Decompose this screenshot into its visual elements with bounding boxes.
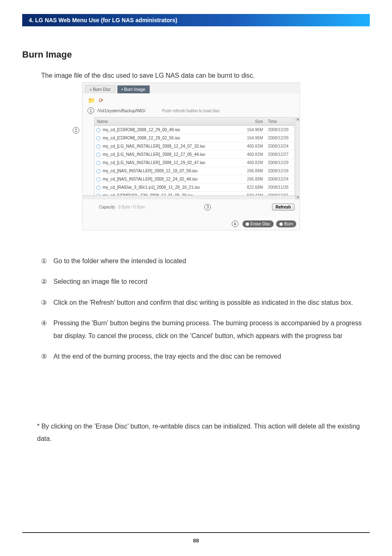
step-number: ④ — [41, 317, 49, 342]
file-time: 2008/12/29 — [265, 160, 294, 166]
section-title: Burn Image — [22, 49, 72, 60]
col-time[interactable]: Time — [265, 118, 294, 125]
file-time: 2008/12/27 — [265, 151, 294, 158]
file-name: my_cd_[RAIDar_3_00c1-p1]_2008_11_28_10_2… — [101, 184, 241, 190]
file-name: my_cd_[LG_NAS_INSTALLER]_2008_12_27_05_4… — [101, 151, 241, 158]
step-text: Click on the 'Refresh' button and confir… — [53, 297, 353, 309]
col-name[interactable]: Name — [95, 118, 241, 125]
step-item: ②Selecting an image file to record — [41, 276, 370, 288]
refresh-icon[interactable]: ⟳ — [97, 97, 105, 104]
footer-rule — [22, 532, 370, 533]
disc-icon: ◯ — [95, 177, 101, 181]
file-size: 460.82M — [241, 160, 265, 166]
table-row[interactable]: ◯my_cd_[CDROM]_2008_12_29_00_49.iso164.9… — [95, 126, 294, 134]
table-row[interactable]: ◯my_cd_[NAS_INSTALLER]_2008_12_18_07_58.… — [95, 167, 294, 175]
file-name: my_cd_[NAS_INSTALLER]_2008_12_24_02_48.i… — [101, 176, 241, 182]
tab-burn-image[interactable]: • Burn Image — [117, 85, 150, 93]
col-size[interactable]: Size — [241, 118, 265, 125]
callout-4-inline: 4 — [232, 220, 238, 227]
file-size: 266.89M — [241, 176, 265, 182]
chapter-header: 4. LG NAS Web Menu Use (for LG NAS admin… — [22, 14, 370, 26]
step-text: At the end of the burning process, the t… — [53, 350, 281, 363]
disc-icon: ◯ — [95, 185, 101, 190]
toolbar: 📁 ⟳ — [83, 93, 300, 106]
file-name: my_cd_[LG_NAS_INSTALLER]_2008_12_24_07_3… — [101, 143, 241, 149]
file-time: 2008/12/29 — [265, 127, 294, 133]
step-item: ⑤At the end of the burning process, the … — [41, 350, 370, 363]
capacity-label: Capacity — [99, 205, 115, 209]
step-item: ①Go to the folder where the intended is … — [41, 255, 370, 267]
path-text: /Vol1/system/Backup/IMG/ — [97, 109, 145, 113]
file-name: my_cd_[CDROM]_2008_12_29_02_55.iso — [101, 135, 241, 141]
file-name: my_cd_[NAS_INSTALLER]_2008_12_18_07_58.i… — [101, 168, 241, 174]
disc-icon: ◯ — [95, 169, 101, 173]
page-number: 88 — [0, 537, 392, 544]
file-size: 460.82M — [241, 143, 265, 149]
file-time: 2008/12/24 — [265, 143, 294, 149]
capacity-value: 0 Byte / 0 Byte — [118, 205, 145, 209]
burn-image-screenshot: » Burn Disc • Burn Image 📁 ⟳ 1 /Vol1/sys… — [82, 82, 300, 230]
disc-icon: ◯ — [95, 144, 101, 148]
step-text: Pressing the 'Burn' button begins the bu… — [53, 317, 370, 342]
file-table: Name Size Time ◯my_cd_[CDROM]_2008_12_29… — [94, 117, 295, 199]
file-time: 2008/12/24 — [265, 176, 294, 182]
burn-button[interactable]: Burn — [276, 220, 296, 227]
callout-3-inline: 3 — [204, 204, 211, 211]
disc-icon: ◯ — [95, 160, 101, 165]
disc-icon: ◯ — [95, 136, 101, 140]
step-text: Go to the folder where the intended is l… — [53, 255, 186, 267]
file-size: 266.89M — [241, 168, 265, 174]
file-time: 2008/12/18 — [265, 168, 294, 174]
steps-list: ①Go to the folder where the intended is … — [41, 255, 370, 371]
capacity-row: Capacity 0 Byte / 0 Byte 3 Refresh — [83, 199, 300, 211]
intro-text: The image file of the disc used to save … — [41, 72, 255, 79]
file-size: 164.96M — [241, 127, 265, 133]
table-row[interactable]: ◯my_cd_[NAS_INSTALLER]_2008_12_24_02_48.… — [95, 175, 294, 183]
table-row[interactable]: ◯my_cd_[CDROM]_2008_12_29_02_55.iso164.9… — [95, 134, 294, 142]
step-item: ③Click on the 'Refresh' button and confi… — [41, 297, 370, 309]
step-item: ④Pressing the 'Burn' button begins the b… — [41, 317, 370, 342]
file-size: 622.68M — [241, 184, 265, 190]
table-row[interactable]: ◯my_cd_[RAIDar_3_00c1-p1]_2008_11_28_10_… — [95, 183, 294, 192]
file-size: 460.82M — [241, 151, 265, 158]
step-number: ① — [41, 255, 49, 267]
callout-2-inline: 2 — [73, 127, 79, 134]
footer-buttons: 4 Erase Disc Burn — [232, 220, 296, 227]
dot-icon — [279, 222, 283, 226]
file-time: 2008/12/29 — [265, 135, 294, 141]
horizontal-scrollbar[interactable] — [94, 195, 295, 199]
tab-burn-disc[interactable]: » Burn Disc — [85, 85, 115, 93]
file-size: 164.96M — [241, 135, 265, 141]
dot-icon — [246, 222, 249, 226]
tab-bar: » Burn Disc • Burn Image — [83, 83, 300, 93]
file-time: 2008/11/28 — [265, 184, 294, 190]
step-number: ② — [41, 276, 49, 288]
erase-note: * By clicking on the 'Erase Disc' button… — [37, 420, 366, 445]
file-name: my_cd_[CDROM]_2008_12_29_00_49.iso — [101, 127, 241, 133]
disc-icon: ◯ — [95, 152, 101, 157]
callout-1-inline: 1 — [88, 107, 94, 114]
erase-disc-button[interactable]: Erase Disc — [242, 220, 274, 227]
table-row[interactable]: ◯my_cd_[LG_NAS_INSTALLER]_2008_12_29_02_… — [95, 159, 294, 167]
chapter-title: 4. LG NAS Web Menu Use (for LG NAS admin… — [29, 17, 177, 23]
folder-up-icon[interactable]: 📁 — [88, 97, 95, 104]
table-row[interactable]: ◯my_cd_[LG_NAS_INSTALLER]_2008_12_24_07_… — [95, 142, 294, 151]
refresh-button[interactable]: Refresh — [272, 204, 295, 211]
table-row[interactable]: ◯my_cd_[LG_NAS_INSTALLER]_2008_12_27_05_… — [95, 151, 294, 159]
path-hint: Push refresh button to load disc — [162, 109, 220, 113]
step-number: ⑤ — [41, 350, 49, 363]
step-text: Selecting an image file to record — [53, 276, 148, 288]
path-row: 1 /Vol1/system/Backup/IMG/ Push refresh … — [83, 106, 300, 116]
disc-icon: ◯ — [95, 127, 101, 132]
file-name: my_cd_[LG_NAS_INSTALLER]_2008_12_29_02_4… — [101, 160, 241, 166]
table-header: Name Size Time — [95, 118, 294, 126]
step-number: ③ — [41, 297, 49, 309]
